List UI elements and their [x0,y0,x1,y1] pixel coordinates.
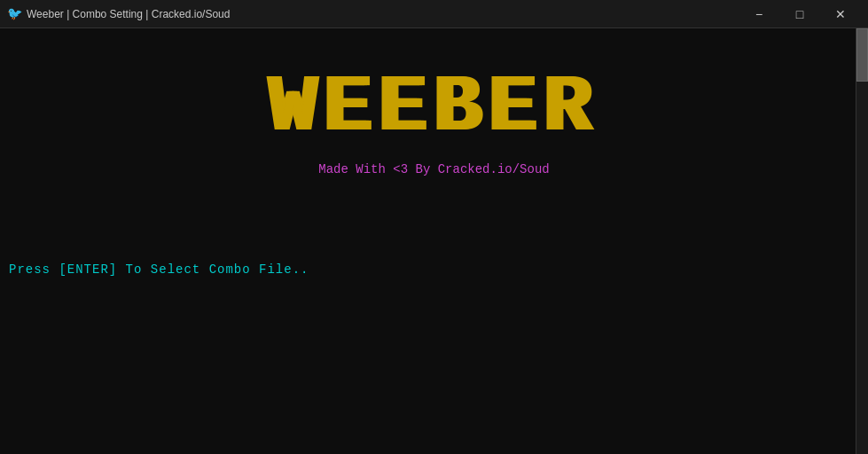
title-bar: 🐦 Weeber | Combo Setting | Cracked.io/So… [0,0,868,28]
subtitle: Made With <3 By Cracked.io/Soud [318,162,549,176]
prompt-text: Press [ENTER] To Select Combo File.. [9,262,309,277]
maximize-button[interactable]: □ [779,0,820,28]
close-button[interactable]: ✕ [820,0,861,28]
scrollbar[interactable] [856,28,868,454]
scrollbar-thumb[interactable] [856,28,868,82]
title-bar-controls: − □ ✕ [739,0,861,28]
main-content: WEEBER Made With <3 By Cracked.io/Soud P… [0,28,868,454]
app-logo: WEEBER [269,68,598,148]
title-bar-left: 🐦 Weeber | Combo Setting | Cracked.io/So… [7,7,230,21]
title-bar-text: Weeber | Combo Setting | Cracked.io/Soud [27,8,230,20]
minimize-button[interactable]: − [739,0,779,28]
app-icon: 🐦 [7,7,21,21]
